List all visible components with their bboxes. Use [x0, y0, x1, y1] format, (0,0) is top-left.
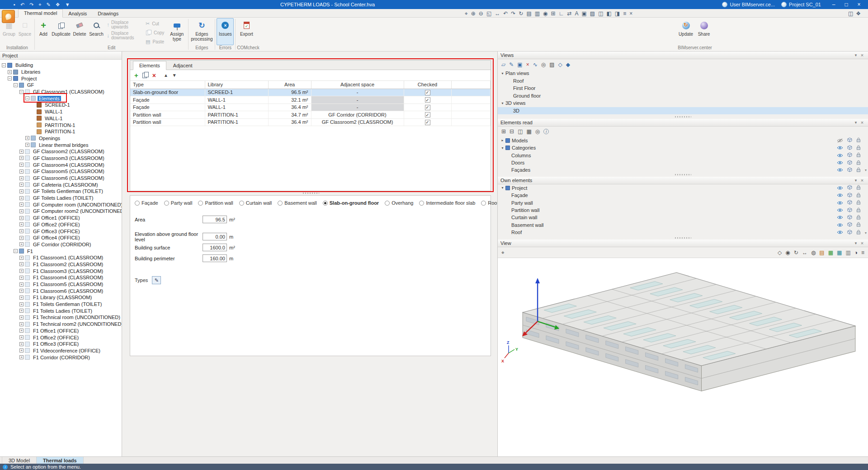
share-button[interactable]: Share: [695, 18, 713, 45]
split-grid-icon[interactable]: ▦: [526, 128, 531, 135]
orbit-icon[interactable]: ↻: [794, 249, 798, 256]
lock-icon[interactable]: [856, 167, 861, 173]
views-tree-item[interactable]: First Floor: [498, 85, 868, 92]
collapse-all-icon[interactable]: ⊟: [509, 128, 514, 135]
visibility-eye-icon[interactable]: [837, 168, 843, 172]
redraw-icon[interactable]: ↻: [519, 10, 523, 17]
axes-icon[interactable]: ⌖: [501, 249, 505, 256]
move-up-button[interactable]: ▲: [164, 73, 168, 78]
lock-icon[interactable]: [856, 160, 861, 166]
expander-icon[interactable]: +: [19, 189, 24, 193]
text-style-icon[interactable]: A: [575, 10, 578, 17]
tree-item[interactable]: PARTITION-1: [0, 128, 122, 135]
tab-elements[interactable]: Elements: [133, 61, 166, 70]
expander-icon[interactable]: +: [19, 276, 24, 280]
views-tree-item[interactable]: ▾ 3D views: [498, 99, 868, 107]
visibility-eye-icon[interactable]: [837, 186, 843, 190]
expander-icon[interactable]: +: [19, 348, 24, 352]
isolate-cube-icon[interactable]: [847, 207, 852, 213]
close-section-icon[interactable]: ×: [859, 240, 865, 246]
expander-icon[interactable]: +: [19, 163, 24, 167]
lock-icon[interactable]: [856, 145, 861, 151]
teal-table-icon[interactable]: ▦: [837, 249, 842, 256]
expander-icon[interactable]: +: [19, 302, 24, 306]
tree-item[interactable]: − Elements: [0, 95, 122, 102]
search-button[interactable]: Search: [88, 18, 105, 45]
expander-icon[interactable]: +: [19, 150, 24, 154]
field-input[interactable]: 1600.0: [203, 244, 227, 251]
tree-item[interactable]: + Openings: [0, 135, 122, 142]
isolate-cube-icon[interactable]: [847, 137, 852, 143]
edit-view-icon[interactable]: ✎: [509, 61, 514, 68]
expander-icon[interactable]: +: [19, 322, 24, 326]
tree-item[interactable]: − GF: [0, 82, 122, 89]
templates-icon[interactable]: ▤: [526, 10, 531, 17]
zoom-window-icon[interactable]: ⌖: [465, 10, 468, 17]
isolate-cube-icon[interactable]: [847, 193, 852, 198]
own-elements-item[interactable]: Partition wall: [498, 207, 868, 214]
project-button[interactable]: Project SC_01: [781, 2, 821, 7]
expander-icon[interactable]: −: [25, 96, 29, 100]
lock-icon[interactable]: [856, 193, 861, 198]
dock-panels-icon[interactable]: ◫: [848, 10, 853, 17]
tree-item[interactable]: + GF Office3 (OFFICE): [0, 228, 122, 235]
tree-item[interactable]: + GF Computer room2 (UNCONDITIONED): [0, 208, 122, 215]
lock-icon[interactable]: [856, 230, 861, 235]
tree-item[interactable]: + F1 Toilets Ladies (TOILET): [0, 307, 122, 314]
appearance-icon[interactable]: ❖: [856, 10, 861, 17]
column-type[interactable]: Type: [130, 81, 205, 89]
wire-view-icon[interactable]: ◆: [566, 61, 570, 68]
tree-item[interactable]: − Project: [0, 75, 122, 82]
add-button[interactable]: + Add: [36, 18, 51, 45]
expander-icon[interactable]: +: [19, 342, 24, 346]
camera-icon[interactable]: ◎: [541, 61, 546, 68]
expander-icon[interactable]: +: [19, 169, 24, 174]
close-button[interactable]: ×: [853, 0, 865, 9]
scroll-down-icon[interactable]: ▾: [865, 168, 867, 172]
grid-icon[interactable]: ⊞: [551, 10, 556, 17]
visibility-icon[interactable]: ◉: [785, 249, 790, 256]
expander-icon[interactable]: +: [19, 196, 24, 200]
section-resize-handle[interactable]: [498, 173, 868, 177]
expander-icon[interactable]: +: [19, 289, 24, 293]
copy-row-button[interactable]: [142, 72, 148, 79]
issues-button[interactable]: × Issues: [217, 18, 234, 45]
radio-option[interactable]: Façade: [135, 200, 158, 206]
expander-icon[interactable]: +: [25, 143, 29, 147]
drawing-export-icon[interactable]: ▤: [819, 249, 824, 256]
split-horizontal-icon[interactable]: ◫: [518, 128, 523, 135]
expander-icon[interactable]: +: [19, 256, 24, 260]
own-elements-item[interactable]: Façade: [498, 192, 868, 199]
expander-icon[interactable]: +: [25, 136, 29, 140]
close-section-icon[interactable]: ×: [859, 52, 865, 58]
expander-icon[interactable]: +: [19, 202, 24, 207]
tab-3d-model[interactable]: 3D Model: [2, 457, 37, 464]
lock-icon[interactable]: [856, 215, 861, 221]
radio-option[interactable]: Slab-on-ground floor: [323, 200, 379, 206]
solid-view-icon[interactable]: ◇: [558, 61, 562, 68]
ortho-icon[interactable]: ∟: [559, 10, 564, 17]
tree-item[interactable]: + F1 Technical room2 (UNCONDITIONED): [0, 321, 122, 328]
radio-option[interactable]: Roof: [481, 200, 498, 206]
paste-button[interactable]: ▤ Paste: [145, 38, 165, 45]
layers-view-icon[interactable]: ▥: [845, 249, 850, 256]
expander-icon[interactable]: −: [14, 249, 18, 253]
tree-item[interactable]: + F1 Classroom1 (CLASSROOM): [0, 254, 122, 261]
object-snap-icon[interactable]: ◉: [543, 10, 547, 17]
expander-icon[interactable]: [31, 123, 35, 127]
copy-button[interactable]: Copy: [145, 29, 165, 37]
tree-item[interactable]: + GF Computer room (UNCONDITIONED): [0, 201, 122, 208]
expander-icon[interactable]: +: [19, 269, 24, 273]
tree-item[interactable]: + F1 Videoconference (OFFICE): [0, 348, 122, 354]
own-elements-item[interactable]: Basement wall: [498, 221, 868, 229]
isolate-cube-icon[interactable]: [847, 230, 852, 235]
displace-upwards-button[interactable]: ↑ Displace upwards: [107, 20, 141, 29]
tree-item[interactable]: WALL-1: [0, 115, 122, 122]
redo-icon[interactable]: ↷: [29, 0, 33, 9]
field-input[interactable]: 96.5: [203, 216, 227, 223]
tab-analysis[interactable]: Analysis: [63, 10, 92, 18]
undo-icon[interactable]: ↶: [20, 0, 24, 9]
tile-windows-icon[interactable]: ◧: [607, 10, 612, 17]
expander-icon[interactable]: −: [2, 63, 6, 67]
tree-item[interactable]: + GF Corridor (CORRIDOR): [0, 241, 122, 248]
